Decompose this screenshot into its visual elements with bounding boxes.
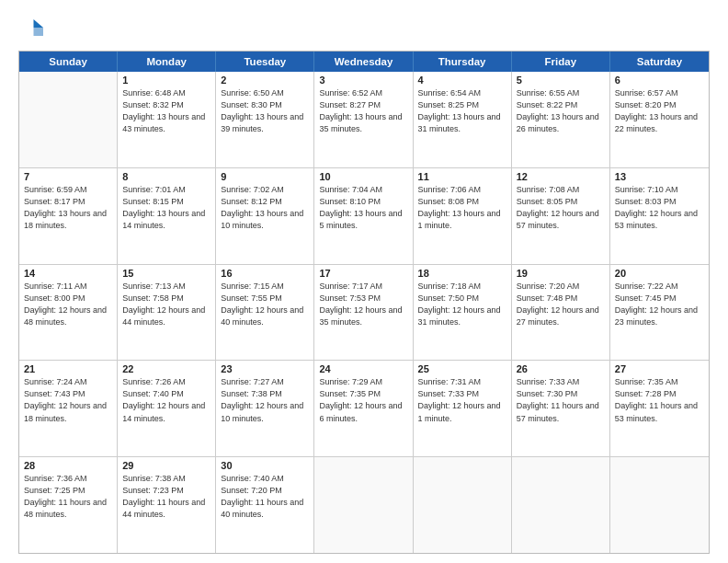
day-cell: 15Sunrise: 7:13 AMSunset: 7:58 PMDayligh… xyxy=(118,265,216,361)
day-info: Sunrise: 7:40 AMSunset: 7:20 PMDaylight:… xyxy=(221,473,309,521)
day-info: Sunrise: 7:15 AMSunset: 7:55 PMDaylight:… xyxy=(221,281,309,328)
day-number: 26 xyxy=(517,363,605,374)
day-number: 21 xyxy=(24,363,112,374)
day-number: 20 xyxy=(615,268,704,279)
day-info: Sunrise: 7:18 AMSunset: 7:50 PMDaylight:… xyxy=(418,281,506,328)
day-cell xyxy=(314,457,413,553)
day-cell: 8Sunrise: 7:01 AMSunset: 8:15 PMDaylight… xyxy=(118,168,216,264)
week-row-1: 1Sunrise: 6:48 AMSunset: 8:32 PMDaylight… xyxy=(19,72,709,168)
header xyxy=(18,14,710,41)
day-cell: 9Sunrise: 7:02 AMSunset: 8:12 PMDaylight… xyxy=(216,168,314,264)
day-cell: 26Sunrise: 7:33 AMSunset: 7:30 PMDayligh… xyxy=(512,361,610,456)
header-cell-wednesday: Wednesday xyxy=(314,52,413,72)
day-number: 29 xyxy=(122,460,210,471)
week-row-2: 7Sunrise: 6:59 AMSunset: 8:17 PMDaylight… xyxy=(19,168,709,265)
week-row-5: 28Sunrise: 7:36 AMSunset: 7:25 PMDayligh… xyxy=(19,457,709,553)
day-cell: 27Sunrise: 7:35 AMSunset: 7:28 PMDayligh… xyxy=(610,361,709,456)
day-info: Sunrise: 6:55 AMSunset: 8:22 PMDaylight:… xyxy=(517,87,605,135)
day-cell: 19Sunrise: 7:20 AMSunset: 7:48 PMDayligh… xyxy=(512,265,610,361)
day-number: 8 xyxy=(122,171,210,182)
day-info: Sunrise: 7:35 AMSunset: 7:28 PMDaylight:… xyxy=(615,376,704,424)
week-row-4: 21Sunrise: 7:24 AMSunset: 7:43 PMDayligh… xyxy=(19,361,709,457)
header-cell-monday: Monday xyxy=(118,52,216,72)
day-info: Sunrise: 6:59 AMSunset: 8:17 PMDaylight:… xyxy=(24,184,112,232)
day-number: 18 xyxy=(418,268,506,279)
day-cell: 13Sunrise: 7:10 AMSunset: 8:03 PMDayligh… xyxy=(610,168,709,264)
day-info: Sunrise: 7:02 AMSunset: 8:12 PMDaylight:… xyxy=(221,184,309,232)
day-number: 24 xyxy=(319,363,407,374)
week-row-3: 14Sunrise: 7:11 AMSunset: 8:00 PMDayligh… xyxy=(19,265,709,362)
day-cell xyxy=(19,72,118,167)
day-info: Sunrise: 6:54 AMSunset: 8:25 PMDaylight:… xyxy=(418,87,506,135)
day-number: 2 xyxy=(221,75,309,86)
day-number: 23 xyxy=(221,363,309,374)
calendar: SundayMondayTuesdayWednesdayThursdayFrid… xyxy=(18,51,710,554)
day-info: Sunrise: 7:04 AMSunset: 8:10 PMDaylight:… xyxy=(319,184,407,232)
svg-marker-0 xyxy=(34,19,44,28)
day-cell xyxy=(512,457,610,553)
day-cell xyxy=(414,457,512,553)
day-info: Sunrise: 7:22 AMSunset: 7:45 PMDaylight:… xyxy=(615,281,704,328)
header-cell-thursday: Thursday xyxy=(414,52,512,72)
day-info: Sunrise: 7:10 AMSunset: 8:03 PMDaylight:… xyxy=(615,184,704,232)
day-info: Sunrise: 7:36 AMSunset: 7:25 PMDaylight:… xyxy=(24,473,112,521)
day-info: Sunrise: 7:11 AMSunset: 8:00 PMDaylight:… xyxy=(24,281,112,328)
day-info: Sunrise: 7:33 AMSunset: 7:30 PMDaylight:… xyxy=(517,376,605,424)
day-cell: 25Sunrise: 7:31 AMSunset: 7:33 PMDayligh… xyxy=(414,361,512,456)
day-cell: 14Sunrise: 7:11 AMSunset: 8:00 PMDayligh… xyxy=(19,265,118,361)
day-number: 4 xyxy=(418,75,506,86)
day-info: Sunrise: 7:26 AMSunset: 7:40 PMDaylight:… xyxy=(122,376,210,424)
day-cell: 23Sunrise: 7:27 AMSunset: 7:38 PMDayligh… xyxy=(216,361,314,456)
day-cell: 2Sunrise: 6:50 AMSunset: 8:30 PMDaylight… xyxy=(216,72,314,167)
day-number: 10 xyxy=(319,171,407,182)
day-cell: 12Sunrise: 7:08 AMSunset: 8:05 PMDayligh… xyxy=(512,168,610,264)
day-info: Sunrise: 7:27 AMSunset: 7:38 PMDaylight:… xyxy=(221,376,309,424)
day-info: Sunrise: 6:52 AMSunset: 8:27 PMDaylight:… xyxy=(319,87,407,135)
day-info: Sunrise: 7:17 AMSunset: 7:53 PMDaylight:… xyxy=(319,281,407,328)
day-cell: 1Sunrise: 6:48 AMSunset: 8:32 PMDaylight… xyxy=(118,72,216,167)
day-number: 9 xyxy=(221,171,309,182)
svg-rect-2 xyxy=(21,19,34,36)
logo-icon xyxy=(18,14,46,41)
header-cell-tuesday: Tuesday xyxy=(216,52,314,72)
day-number: 5 xyxy=(517,75,605,86)
header-cell-sunday: Sunday xyxy=(19,52,118,72)
day-number: 19 xyxy=(517,268,605,279)
day-number: 16 xyxy=(221,268,309,279)
day-number: 6 xyxy=(615,75,704,86)
svg-marker-1 xyxy=(34,28,44,36)
day-number: 12 xyxy=(517,171,605,182)
day-number: 27 xyxy=(615,363,704,374)
day-info: Sunrise: 7:31 AMSunset: 7:33 PMDaylight:… xyxy=(418,376,506,424)
day-info: Sunrise: 7:13 AMSunset: 7:58 PMDaylight:… xyxy=(122,281,210,328)
day-cell: 3Sunrise: 6:52 AMSunset: 8:27 PMDaylight… xyxy=(314,72,413,167)
calendar-body: 1Sunrise: 6:48 AMSunset: 8:32 PMDaylight… xyxy=(19,72,709,553)
day-number: 14 xyxy=(24,268,112,279)
day-cell: 11Sunrise: 7:06 AMSunset: 8:08 PMDayligh… xyxy=(414,168,512,264)
day-cell: 4Sunrise: 6:54 AMSunset: 8:25 PMDaylight… xyxy=(414,72,512,167)
day-cell: 21Sunrise: 7:24 AMSunset: 7:43 PMDayligh… xyxy=(19,361,118,456)
day-info: Sunrise: 7:38 AMSunset: 7:23 PMDaylight:… xyxy=(122,473,210,521)
day-number: 30 xyxy=(221,460,309,471)
day-cell: 24Sunrise: 7:29 AMSunset: 7:35 PMDayligh… xyxy=(314,361,413,456)
day-number: 28 xyxy=(24,460,112,471)
day-cell: 30Sunrise: 7:40 AMSunset: 7:20 PMDayligh… xyxy=(216,457,314,553)
day-number: 17 xyxy=(319,268,407,279)
day-number: 1 xyxy=(122,75,210,86)
day-cell: 20Sunrise: 7:22 AMSunset: 7:45 PMDayligh… xyxy=(610,265,709,361)
day-cell: 10Sunrise: 7:04 AMSunset: 8:10 PMDayligh… xyxy=(314,168,413,264)
header-cell-friday: Friday xyxy=(512,52,610,72)
day-number: 15 xyxy=(122,268,210,279)
day-info: Sunrise: 6:48 AMSunset: 8:32 PMDaylight:… xyxy=(122,87,210,135)
day-info: Sunrise: 6:57 AMSunset: 8:20 PMDaylight:… xyxy=(615,87,704,135)
day-cell: 28Sunrise: 7:36 AMSunset: 7:25 PMDayligh… xyxy=(19,457,118,553)
day-cell: 17Sunrise: 7:17 AMSunset: 7:53 PMDayligh… xyxy=(314,265,413,361)
day-cell: 6Sunrise: 6:57 AMSunset: 8:20 PMDaylight… xyxy=(610,72,709,167)
day-cell xyxy=(610,457,709,553)
day-number: 11 xyxy=(418,171,506,182)
day-cell: 7Sunrise: 6:59 AMSunset: 8:17 PMDaylight… xyxy=(19,168,118,264)
day-number: 13 xyxy=(615,171,704,182)
day-info: Sunrise: 7:20 AMSunset: 7:48 PMDaylight:… xyxy=(517,281,605,328)
day-info: Sunrise: 6:50 AMSunset: 8:30 PMDaylight:… xyxy=(221,87,309,135)
day-info: Sunrise: 7:08 AMSunset: 8:05 PMDaylight:… xyxy=(517,184,605,232)
